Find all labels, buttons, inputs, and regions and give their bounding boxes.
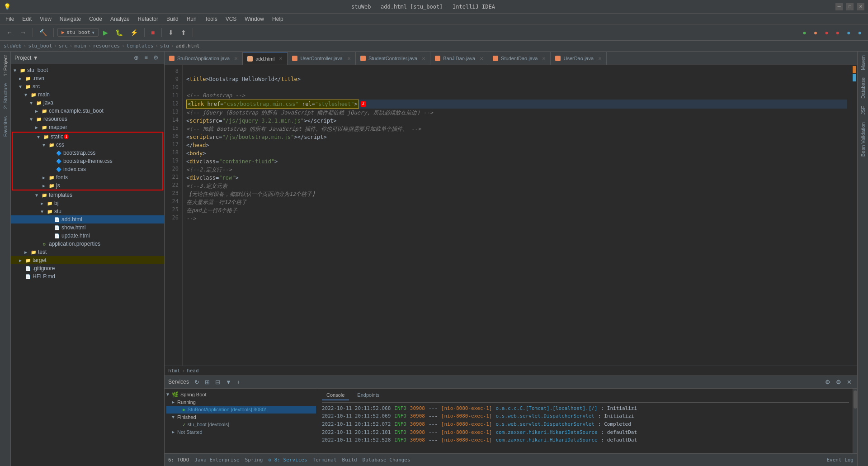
tab-add-html[interactable]: add.html ✕ <box>243 52 288 65</box>
tree-java[interactable]: ▼ 📁 java <box>11 99 164 107</box>
tab-close-icon[interactable]: ✕ <box>279 56 283 61</box>
tree-resources[interactable]: ▼ 📁 resources <box>11 115 164 123</box>
bean-validation-tab[interactable]: Bean Validation <box>859 119 867 160</box>
tree-fonts[interactable]: ▶ 📁 fonts <box>13 173 162 181</box>
code-editor[interactable]: <title>Bootstrap HelloWorld</title> <!--… <box>183 65 851 366</box>
panel-collapse-button[interactable]: ≡ <box>142 53 150 62</box>
tab-user-dao[interactable]: UserDao.java ✕ <box>551 52 607 65</box>
service-running[interactable]: ▶ Running <box>166 399 316 406</box>
run-config-selector[interactable]: ▶ stu_boot ▼ <box>57 28 99 37</box>
tree-app-props[interactable]: ⚙ application.properties <box>11 240 164 248</box>
browser-opera-button[interactable]: ● <box>833 27 842 38</box>
tab-close-icon[interactable]: ✕ <box>422 56 425 61</box>
browser-firefox-button[interactable]: ● <box>811 27 820 38</box>
tree-stu[interactable]: ▼ 📁 stu <box>11 207 164 215</box>
tree-com-example[interactable]: ▶ 📁 com.example.stu_boot <box>11 107 164 115</box>
debug-button[interactable]: 🐛 <box>113 27 126 38</box>
tab-close-icon[interactable]: ✕ <box>598 56 602 61</box>
panel-settings-button[interactable]: ⚙ <box>151 53 160 62</box>
tree-bj[interactable]: ▶ 📁 bj <box>11 199 164 207</box>
database-tab[interactable]: Database <box>859 74 867 102</box>
tab-user-controller[interactable]: UserController.java ✕ <box>288 52 356 65</box>
structure-tab[interactable]: 2: Structure <box>2 80 9 113</box>
run-button[interactable]: ▶ <box>100 27 111 38</box>
jsf-tab[interactable]: JSF <box>859 102 867 119</box>
tree-bootstrap-theme-css[interactable]: 🔷 bootstrap-theme.css <box>13 157 162 165</box>
services-more-button[interactable]: + <box>235 378 242 386</box>
project-tab[interactable]: 1: Project <box>2 52 9 80</box>
browser-ie-button[interactable]: ● <box>822 27 831 38</box>
tree-css[interactable]: ▼ 📁 css <box>13 141 162 149</box>
tree-add-html[interactable]: 📄 add.html <box>11 215 164 223</box>
services-collapse-button[interactable]: ⊟ <box>213 378 222 386</box>
bc-stuweb[interactable]: stuWeb <box>4 43 22 49</box>
tab-stuboot-app[interactable]: StuBootApplication.java ✕ <box>165 52 243 65</box>
menu-run[interactable]: Run <box>183 15 200 23</box>
console-tab[interactable]: Console <box>322 390 349 400</box>
maximize-button[interactable]: □ <box>846 3 854 10</box>
menu-navigate[interactable]: Navigate <box>56 15 85 23</box>
tab-close-icon[interactable]: ✕ <box>234 56 238 61</box>
menu-analyze[interactable]: Analyze <box>107 15 133 23</box>
bc-resources[interactable]: resources <box>93 43 120 49</box>
menu-code[interactable]: Code <box>85 15 106 23</box>
menu-refactor[interactable]: Refactor <box>134 15 162 23</box>
tab-close-icon[interactable]: ✕ <box>347 56 351 61</box>
tree-src[interactable]: ▼ 📁 src <box>11 82 164 90</box>
services-settings-button[interactable]: ⚙ <box>823 378 832 386</box>
tree-templates[interactable]: ▼ 📁 templates <box>11 191 164 199</box>
favorites-tab[interactable]: Favorites <box>2 113 9 140</box>
tree-update-html[interactable]: 📄 update.html <box>11 232 164 240</box>
editor-bc-html[interactable]: html <box>168 368 180 374</box>
service-finished[interactable]: ▼ Finished <box>166 414 316 421</box>
log-scrollbar[interactable] <box>853 389 857 453</box>
build-btn[interactable]: Build <box>342 457 357 463</box>
service-app-instance[interactable]: ▶ StuBootApplication [devtools] :8080/ <box>166 406 316 414</box>
run-with-coverage-button[interactable]: ⚡ <box>127 27 141 38</box>
bc-main[interactable]: main <box>74 43 86 49</box>
services-close-button[interactable]: ✕ <box>845 378 854 386</box>
event-log-btn[interactable]: Event Log <box>826 457 854 463</box>
tree-test[interactable]: ▶ 📁 test <box>11 248 164 256</box>
tree-target[interactable]: ▶ 📁 target <box>11 256 164 264</box>
tree-stu_boot[interactable]: ▼ 📁 stu_boot <box>11 66 164 74</box>
service-springboot[interactable]: ▼ 🌿 Spring Boot <box>166 390 316 399</box>
close-button[interactable]: ✕ <box>857 3 864 10</box>
git-update-button[interactable]: ⬇ <box>165 27 176 38</box>
browser-edge-button[interactable]: ● <box>844 27 853 38</box>
tree-mvn[interactable]: ▶ 📁 .mvn <box>11 74 164 82</box>
service-not-started[interactable]: ▶ Not Started <box>166 428 316 436</box>
minimize-button[interactable]: ─ <box>835 3 843 10</box>
tree-static[interactable]: ▼ 📁 static 1 <box>13 133 162 141</box>
bc-src[interactable]: src <box>59 43 68 49</box>
service-port[interactable]: :8080/ <box>252 407 266 412</box>
services-filter-button[interactable]: ▼ <box>224 378 233 386</box>
tree-main[interactable]: ▼ 📁 main <box>11 90 164 99</box>
bc-stuboot[interactable]: stu_boot <box>28 43 52 49</box>
browser-chrome-button[interactable]: ● <box>800 27 809 38</box>
tree-help-md[interactable]: 📄 HELP.md <box>11 272 164 281</box>
bc-templates[interactable]: templates <box>127 43 154 49</box>
menu-window[interactable]: Window <box>241 15 268 23</box>
services-gear-button[interactable]: ⚙ <box>834 378 843 386</box>
editor-content[interactable]: 8 9 10 11 12 13 14 15 16 17 18 19 20 21 … <box>165 65 857 366</box>
menu-edit[interactable]: Edit <box>19 15 35 23</box>
tab-student-controller[interactable]: StudentController.java ✕ <box>356 52 430 65</box>
menu-view[interactable]: View <box>36 15 55 23</box>
tree-bootstrap-css[interactable]: 🔷 bootstrap.css <box>13 149 162 157</box>
browser-safari-button[interactable]: ● <box>855 27 864 38</box>
tree-gitignore[interactable]: 📄 .gitignore <box>11 264 164 272</box>
services-btn[interactable]: ⚙ 8: Services <box>268 457 307 463</box>
tab-banji-dao[interactable]: BanJiDao.java ✕ <box>430 52 488 65</box>
toolbar-back-button[interactable]: ← <box>4 27 15 38</box>
editor-bc-head[interactable]: head <box>187 368 199 374</box>
tree-index-css[interactable]: 🔷 index.css <box>13 165 162 173</box>
tree-mapper[interactable]: ▶ 📁 mapper <box>11 123 164 131</box>
maven-tab[interactable]: Maven <box>859 52 867 74</box>
tree-show-html[interactable]: 📄 show.html <box>11 223 164 232</box>
tab-student-dao[interactable]: StudentDao.java ✕ <box>488 52 551 65</box>
menu-file[interactable]: File <box>2 15 18 23</box>
panel-locate-button[interactable]: ⊕ <box>132 53 141 62</box>
db-changes-btn[interactable]: Database Changes <box>363 457 410 463</box>
stop-button[interactable]: ■ <box>148 27 157 38</box>
